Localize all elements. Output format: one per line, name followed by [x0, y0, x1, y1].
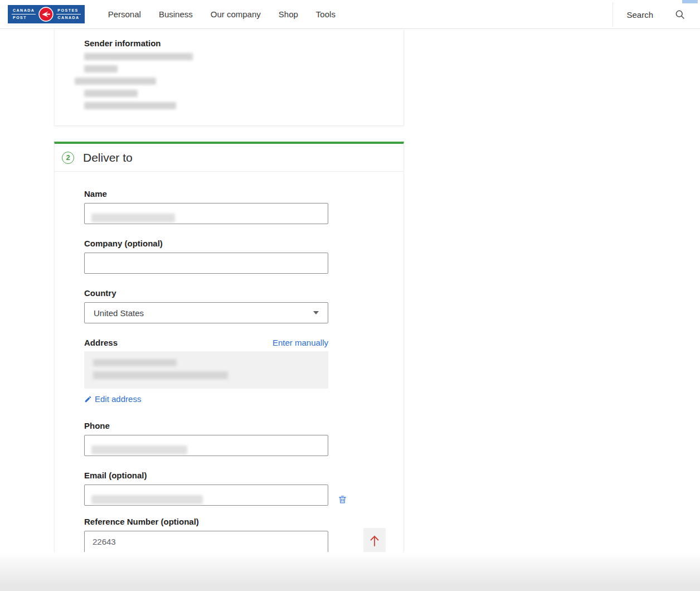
header-divider [612, 2, 613, 27]
country-label: Country [84, 288, 404, 298]
country-select[interactable]: United States [84, 302, 328, 323]
main-nav: Personal Business Our company Shop Tools [108, 9, 336, 19]
redacted-address-line [93, 359, 177, 366]
canada-post-logo[interactable]: CANADA POST POSTES CANADA [8, 5, 85, 23]
edit-address-label: Edit address [95, 394, 141, 404]
enter-manually-link[interactable]: Enter manually [273, 338, 328, 347]
sender-information-title: Sender information [84, 38, 404, 48]
redacted-text [84, 65, 118, 72]
deliver-to-card: 2 Deliver to Name Company (optional) Cou… [54, 142, 404, 553]
nav-item-personal[interactable]: Personal [108, 9, 141, 19]
canada-post-wing-icon [38, 7, 54, 22]
nav-item-tools[interactable]: Tools [316, 9, 336, 19]
search-label[interactable]: Search [626, 10, 653, 20]
header-search-area: Search [612, 0, 700, 29]
redacted-text [84, 53, 193, 60]
logo-text-post: POST [12, 14, 36, 21]
deliver-to-header: 2 Deliver to [55, 144, 404, 172]
page-bottom-fade [0, 552, 700, 591]
email-row [84, 485, 374, 506]
search-icon[interactable] [674, 9, 686, 20]
scroll-to-top-button[interactable] [363, 528, 386, 554]
redacted-text [75, 77, 156, 85]
logo-text-right: POSTES CANADA [56, 7, 80, 21]
delete-email-button[interactable] [338, 494, 347, 505]
step-2-badge: 2 [62, 152, 74, 164]
nav-item-our-company[interactable]: Our company [211, 9, 261, 19]
address-label: Address [84, 338, 118, 347]
nav-item-business[interactable]: Business [159, 9, 193, 19]
reference-row [84, 526, 374, 553]
address-display-box [84, 351, 328, 389]
nav-item-shop[interactable]: Shop [279, 9, 298, 19]
redacted-text [84, 90, 138, 97]
company-input-wrap [84, 253, 328, 274]
name-label: Name [84, 189, 404, 198]
reference-number-input[interactable] [84, 531, 328, 553]
email-label: Email (optional) [84, 471, 404, 480]
redacted-email-value [91, 495, 203, 504]
name-input-wrap [84, 203, 328, 224]
deliver-to-form: Name Company (optional) Country United S… [55, 189, 404, 553]
email-input-wrap [84, 485, 328, 506]
redacted-address-line [93, 371, 228, 379]
logo-text-canada-fr: CANADA [56, 14, 80, 21]
redacted-text [84, 102, 176, 109]
top-navigation-bar: CANADA POST POSTES CANADA Personal Busin… [0, 0, 700, 29]
phone-label: Phone [84, 421, 404, 430]
country-selected-value: United States [94, 308, 144, 318]
sender-information-card: Sender information [54, 30, 404, 126]
reference-number-label: Reference Number (optional) [84, 517, 404, 526]
address-label-row: Address Enter manually [84, 338, 328, 347]
logo-text-left: CANADA POST [12, 7, 36, 21]
deliver-to-title: Deliver to [83, 151, 133, 164]
company-input[interactable] [84, 253, 328, 274]
redacted-name-value [91, 214, 175, 222]
logo-text-canada: CANADA [12, 7, 36, 14]
pencil-icon [84, 395, 92, 403]
scrollbar-fragment [682, 0, 698, 3]
logo-text-postes: POSTES [56, 7, 80, 14]
sender-address-redacted [84, 53, 404, 109]
phone-input-wrap [84, 435, 328, 456]
chevron-down-icon [313, 311, 319, 314]
edit-address-link[interactable]: Edit address [84, 394, 141, 404]
company-label: Company (optional) [84, 239, 404, 248]
redacted-phone-value [91, 445, 187, 454]
